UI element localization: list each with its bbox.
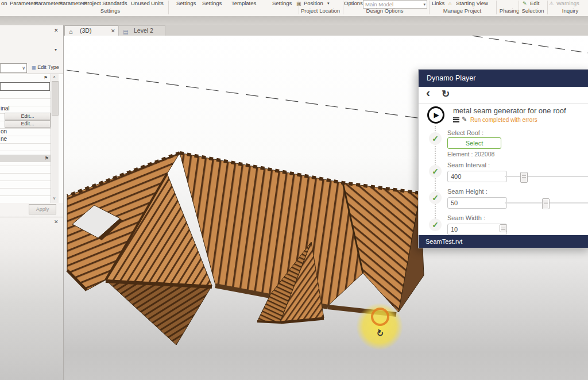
scroll-down-icon[interactable]: ∨ (53, 196, 56, 201)
ribbon-item[interactable]: Settings (272, 0, 292, 7)
seam-interval-slider[interactable] (505, 176, 588, 177)
ribbon-item[interactable]: Parameters (59, 0, 87, 7)
tab-label: Level 2 (134, 26, 153, 36)
property-value-input[interactable] (0, 82, 50, 91)
ribbon-separator (547, 1, 548, 14)
edit-script-icon[interactable]: ✎ (462, 116, 467, 123)
play-icon: ▶ (432, 111, 439, 119)
seam-width-slider-handle[interactable] (500, 224, 507, 232)
position-button[interactable]: Position (304, 0, 323, 7)
dynamo-footer: SeamTest.rvt (419, 235, 588, 248)
current-file: SeamTest.rvt (425, 238, 462, 245)
close-icon[interactable]: ✕ (54, 28, 59, 33)
scrollbar-thumb[interactable] (52, 81, 59, 116)
edit-button[interactable]: Edit... (5, 113, 51, 120)
properties-panel-header: ✕ (0, 25, 64, 36)
property-label: ne (1, 136, 7, 143)
ribbon-item[interactable]: Templates (231, 0, 256, 7)
tab-label: (3D) (80, 26, 91, 36)
ribbon-separator (519, 1, 519, 14)
step-check-icon: ✓ (429, 191, 442, 204)
step-check-icon: ✓ (429, 165, 442, 178)
dynamo-title-bar[interactable]: Dynamo Player (419, 70, 588, 87)
property-label: on (1, 128, 7, 135)
ribbon-group-design-options: Design Options (366, 7, 404, 14)
edit-selection-icon: ✎ (523, 1, 528, 6)
links-button[interactable]: Links (432, 0, 444, 7)
seam-interval-slider-handle[interactable] (520, 172, 528, 183)
close-icon[interactable]: ✕ (54, 219, 59, 225)
ribbon-group-settings: Settings (100, 7, 120, 14)
ribbon-item[interactable]: Parameters (10, 0, 38, 7)
position-icon: ▣ (296, 1, 302, 6)
design-option-value: Main Model (365, 1, 393, 7)
ribbon-item[interactable]: Units (151, 0, 164, 7)
panel-divider (0, 217, 63, 217)
edit-type-button[interactable]: ▦ Edit Type (29, 63, 62, 72)
properties-grid: ⚑ inal Edit... Edit... on ne ⚑ ∧ ∨ (0, 74, 63, 203)
edit-selection-button[interactable]: Edit (530, 0, 539, 7)
dynamo-title: Dynamo Player (427, 74, 475, 82)
pin-icon: ⚑ (45, 156, 49, 161)
starting-view-button[interactable]: Starting View (456, 0, 488, 7)
dynamo-player-panel: Dynamo Player ‹ ↻ ▶ metal seam generator… (418, 69, 588, 248)
ribbon-separator (429, 1, 430, 14)
run-status: Run completed with errors (470, 117, 537, 123)
step-label: Select Roof : (447, 129, 483, 136)
ribbon-item[interactable]: on (1, 0, 7, 7)
tab-level-2[interactable]: ▤ Level 2 (118, 25, 165, 36)
ribbon-separator (299, 1, 299, 14)
type-selector[interactable]: ∨ (0, 63, 27, 73)
ribbon-item[interactable]: Settings (202, 0, 222, 7)
tab-3d-view[interactable]: ⌂ (3D) ✕ (64, 25, 119, 36)
ribbon-group-phasing: Phasing (500, 7, 519, 14)
edit-type-label: Edit Type (37, 64, 59, 70)
edit-button[interactable]: Edit... (5, 120, 51, 128)
step-label: Seam Interval : (447, 162, 490, 168)
back-icon[interactable]: ‹ (426, 86, 430, 99)
ribbon-separator (343, 1, 343, 14)
run-script-button[interactable]: ▶ (427, 106, 444, 124)
script-title: metal seam generator for one roof (453, 106, 566, 115)
chevron-down-icon: ∨ (22, 66, 25, 71)
warnings-button: Warnings (556, 0, 579, 7)
properties-panel: ▾ ∨ ▦ Edit Type ⚑ inal Edit... Edit... o… (0, 36, 64, 380)
property-section-header[interactable]: ⚑ (0, 155, 51, 162)
ribbon-group-inquiry: Inquiry (562, 7, 579, 14)
edit-type-icon: ▦ (32, 65, 36, 70)
step-check-icon: ✓ (429, 218, 442, 231)
ribbon-separator (168, 1, 169, 14)
step-label: Seam Width : (447, 214, 485, 221)
warnings-icon: ⚠ (549, 1, 555, 6)
caret-down-icon[interactable]: ▾ (55, 47, 57, 52)
close-icon[interactable]: ✕ (111, 28, 115, 34)
ribbon-item[interactable]: Project Standards (84, 0, 127, 7)
ribbon-group-manage-project: Manage Project (443, 7, 482, 14)
caret-down-icon: ▾ (327, 0, 330, 7)
ribbon-separator (496, 1, 497, 14)
scrollbar[interactable]: ∧ ∨ (51, 74, 59, 203)
options-bar (0, 16, 588, 25)
ribbon-item[interactable]: Unused (131, 0, 150, 7)
script-log-icon[interactable] (453, 117, 459, 122)
ribbon-item[interactable]: Parameters (34, 0, 63, 7)
options-label: Options (344, 0, 363, 7)
step-label: Seam Height : (447, 188, 488, 195)
seam-height-input[interactable] (447, 197, 507, 209)
selected-element: Element : 202008 (447, 151, 494, 158)
pin-icon[interactable]: ⚑ (44, 75, 48, 80)
seam-height-slider-handle[interactable] (542, 198, 550, 209)
step-check-icon: ✓ (429, 132, 442, 145)
refresh-icon[interactable]: ↻ (442, 88, 450, 100)
apply-button[interactable]: Apply (29, 204, 56, 214)
select-roof-button[interactable]: Select (447, 137, 501, 149)
ribbon-item[interactable]: Settings (176, 0, 196, 7)
seam-interval-input[interactable] (447, 171, 507, 182)
revit-window: on Parameters Parameters Parameters Proj… (0, 0, 588, 380)
seam-width-input[interactable] (447, 224, 507, 235)
caret-down-icon: ▾ (423, 1, 425, 8)
cursor-highlight: ↻ (356, 303, 403, 350)
starting-view-icon: ⌂ (448, 1, 454, 6)
scroll-up-icon[interactable]: ∧ (53, 75, 56, 79)
dynamo-toolbar: ‹ ↻ (419, 87, 588, 103)
